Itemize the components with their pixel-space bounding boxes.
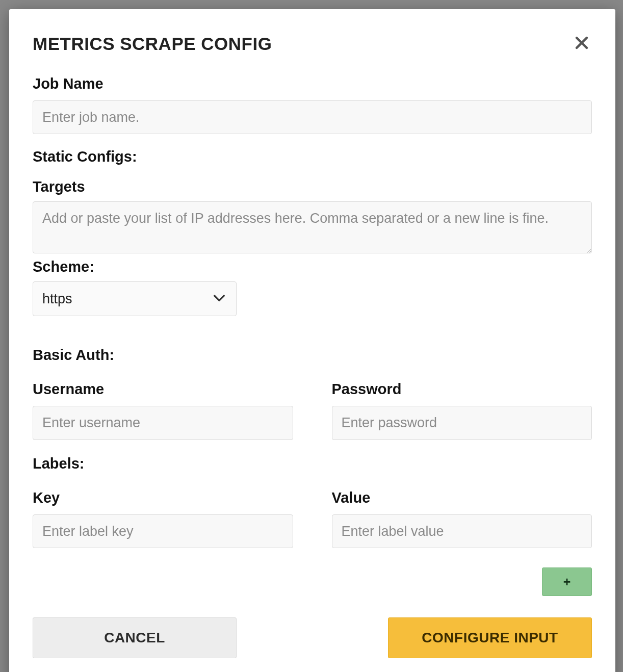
modal-header: METRICS SCRAPE CONFIG xyxy=(33,34,592,54)
password-input[interactable] xyxy=(332,406,592,440)
job-name-label: Job Name xyxy=(33,75,592,92)
label-key-label: Key xyxy=(33,489,293,506)
scheme-select-wrap: https xyxy=(33,281,237,316)
static-configs-label: Static Configs: xyxy=(33,148,592,165)
basic-auth-row: Username Password xyxy=(33,372,592,440)
targets-label: Targets xyxy=(33,178,592,195)
cancel-button[interactable]: CANCEL xyxy=(33,617,237,658)
targets-input[interactable] xyxy=(33,201,592,253)
scheme-select-value: https xyxy=(42,290,72,308)
username-label: Username xyxy=(33,381,293,398)
add-label-button[interactable]: + xyxy=(542,567,592,596)
plus-icon: + xyxy=(563,575,571,589)
close-button[interactable] xyxy=(572,34,592,54)
labels-row: Key Value xyxy=(33,480,592,548)
username-input[interactable] xyxy=(33,406,293,440)
close-icon xyxy=(573,34,590,54)
configure-input-button-label: CONFIGURE INPUT xyxy=(422,630,558,646)
label-key-input[interactable] xyxy=(33,514,293,548)
configure-input-button[interactable]: CONFIGURE INPUT xyxy=(388,617,592,658)
label-value-input[interactable] xyxy=(332,514,592,548)
password-label: Password xyxy=(332,381,592,398)
metrics-scrape-config-modal: METRICS SCRAPE CONFIG Job Name Static Co… xyxy=(9,9,615,672)
label-value-label: Value xyxy=(332,489,592,506)
modal-title: METRICS SCRAPE CONFIG xyxy=(33,34,272,54)
add-row: + xyxy=(33,567,592,596)
modal-footer: CANCEL CONFIGURE INPUT xyxy=(33,617,592,658)
basic-auth-label: Basic Auth: xyxy=(33,347,592,364)
scheme-select[interactable]: https xyxy=(33,281,237,316)
labels-label: Labels: xyxy=(33,455,592,472)
modal-backdrop: METRICS SCRAPE CONFIG Job Name Static Co… xyxy=(0,0,623,672)
job-name-input[interactable] xyxy=(33,100,592,134)
scheme-label: Scheme: xyxy=(33,259,592,275)
cancel-button-label: CANCEL xyxy=(104,630,165,646)
